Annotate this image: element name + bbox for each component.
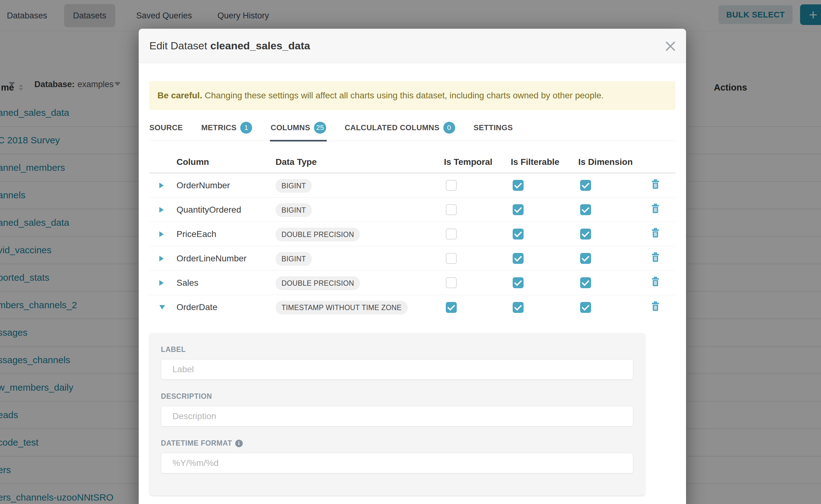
delete-trash-icon[interactable] (651, 301, 660, 311)
is-dimension-header: Is Dimension (578, 157, 651, 167)
data-type-pill: DOUBLE PRECISION (275, 228, 360, 241)
is-dimension-checkbox[interactable] (580, 277, 591, 288)
table-row: Sales DOUBLE PRECISION (149, 271, 675, 295)
column-name: QuantityOrdered (176, 205, 271, 215)
expand-caret-icon[interactable] (159, 304, 165, 310)
is-temporal-checkbox[interactable] (446, 302, 457, 313)
modal-tab[interactable]: SETTINGS (474, 122, 513, 141)
column-name: OrderLineNumber (176, 254, 271, 264)
is-dimension-checkbox[interactable] (580, 180, 591, 191)
datetime-heading-text: DATETIME FORMAT (161, 439, 232, 447)
is-dimension-checkbox[interactable] (580, 204, 591, 215)
expand-caret-icon[interactable] (159, 280, 165, 286)
tab-count-badge: 0 (443, 122, 455, 134)
caret-glyph (159, 183, 164, 188)
modal-tab[interactable]: COLUMNS 25 (270, 122, 326, 141)
table-row: PriceEach DOUBLE PRECISION (149, 222, 675, 246)
modal-tab[interactable]: CALCULATED COLUMNS 0 (344, 122, 455, 141)
screen: Databases Datasets Saved Queries Query H… (0, 0, 821, 504)
is-filterable-checkbox[interactable] (513, 302, 524, 313)
is-filterable-checkbox[interactable] (513, 229, 524, 240)
edit-dataset-modal: Edit Datasetcleaned_sales_data Be carefu… (139, 29, 686, 504)
columns-table-header: Column Data Type Is Temporal Is Filterab… (149, 151, 675, 173)
column-name: PriceEach (176, 229, 271, 239)
is-filterable-checkbox[interactable] (513, 277, 524, 288)
delete-trash-icon[interactable] (651, 204, 660, 214)
data-type-pill: BIGINT (275, 203, 312, 217)
table-row: QuantityOrdered BIGINT (149, 198, 675, 222)
close-icon[interactable] (664, 39, 677, 53)
modal-tabs: SOURCE METRICS 1 COLUMNS 25 CALCUL (149, 122, 675, 141)
is-dimension-checkbox[interactable] (580, 229, 591, 240)
info-icon[interactable]: i (235, 440, 243, 447)
is-temporal-checkbox[interactable] (446, 277, 457, 288)
column-name: OrderDate (176, 302, 271, 312)
label-field-heading: LABEL (161, 345, 634, 354)
expand-caret-icon[interactable] (159, 231, 165, 237)
modal-tab-label: CALCULATED COLUMNS (344, 123, 439, 132)
is-dimension-checkbox[interactable] (580, 302, 591, 313)
table-row: OrderDate TIMESTAMP WITHOUT TIME ZONE (149, 295, 675, 319)
column-name: OrderNumber (176, 180, 271, 190)
is-temporal-checkbox[interactable] (446, 180, 457, 191)
caret-glyph (159, 305, 165, 309)
column-header: Column (176, 157, 271, 167)
tab-count-badge: 1 (240, 122, 252, 134)
is-filterable-header: Is Filterable (511, 157, 578, 167)
description-input[interactable] (161, 406, 633, 427)
tab-count-badge: 25 (314, 122, 326, 134)
modal-tab-label: COLUMNS (270, 123, 310, 132)
caret-glyph (159, 280, 164, 286)
expand-caret-icon[interactable] (159, 207, 165, 213)
datetime-format-input[interactable] (161, 453, 633, 473)
description-field-heading: DESCRIPTION (161, 392, 634, 401)
modal-title: Edit Datasetcleaned_sales_data (149, 40, 310, 52)
delete-trash-icon[interactable] (651, 228, 660, 238)
delete-trash-icon[interactable] (651, 277, 660, 287)
delete-trash-icon[interactable] (651, 252, 660, 262)
modal-tab-label: METRICS (201, 123, 236, 132)
is-temporal-checkbox[interactable] (446, 229, 457, 240)
column-detail-panel: LABEL DESCRIPTION DATETIME FORMAT i (149, 333, 645, 495)
warning-banner: Be careful. Changing these settings will… (149, 81, 675, 110)
caret-glyph (159, 207, 164, 213)
label-input[interactable] (161, 359, 633, 380)
expand-caret-icon[interactable] (159, 256, 165, 261)
delete-trash-icon[interactable] (651, 179, 660, 189)
table-row: OrderLineNumber BIGINT (149, 246, 675, 271)
is-filterable-checkbox[interactable] (513, 253, 524, 264)
is-temporal-header: Is Temporal (444, 157, 511, 167)
is-filterable-checkbox[interactable] (513, 204, 524, 215)
modal-title-dataset-name: cleaned_sales_data (210, 40, 310, 52)
is-temporal-checkbox[interactable] (446, 253, 457, 264)
expand-caret-icon[interactable] (159, 183, 165, 188)
description-heading-text: DESCRIPTION (161, 392, 212, 401)
caret-glyph (159, 256, 164, 261)
columns-table-body: OrderNumber BIGINT (149, 173, 675, 319)
columns-table: Column Data Type Is Temporal Is Filterab… (149, 151, 675, 319)
datetime-format-field-heading: DATETIME FORMAT i (161, 439, 634, 447)
table-row: OrderNumber BIGINT (149, 173, 675, 198)
data-type-pill: BIGINT (275, 179, 312, 193)
data-type-pill: DOUBLE PRECISION (275, 276, 360, 290)
modal-tab[interactable]: METRICS 1 (201, 122, 252, 141)
warning-text: Changing these settings will affect all … (205, 91, 604, 101)
is-temporal-checkbox[interactable] (446, 204, 457, 215)
column-name: Sales (176, 278, 271, 288)
modal-tab-label: SOURCE (149, 123, 183, 132)
data-type-pill: BIGINT (275, 252, 312, 266)
modal-tab-label: SETTINGS (474, 123, 513, 132)
data-type-header: Data Type (275, 157, 444, 167)
data-type-pill: TIMESTAMP WITHOUT TIME ZONE (275, 301, 408, 314)
warning-bold-text: Be careful. (157, 91, 202, 101)
label-heading-text: LABEL (161, 345, 186, 354)
is-dimension-checkbox[interactable] (580, 253, 591, 264)
modal-title-prefix: Edit Dataset (149, 40, 207, 52)
caret-glyph (159, 231, 164, 237)
is-filterable-checkbox[interactable] (513, 180, 524, 191)
modal-header: Edit Datasetcleaned_sales_data (139, 29, 686, 63)
modal-body: Be careful. Changing these settings will… (139, 81, 686, 495)
modal-tab[interactable]: SOURCE (149, 122, 183, 141)
